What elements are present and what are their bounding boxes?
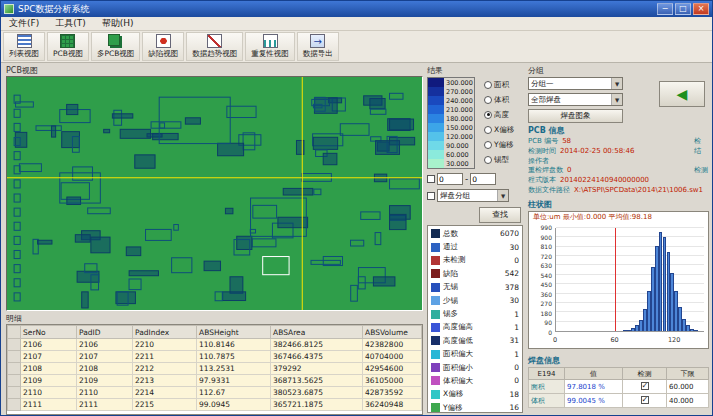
range-to-input[interactable] bbox=[470, 173, 496, 185]
pcb-view-panel: PCB视图 bbox=[6, 65, 423, 311]
toolbar-button-repeatability-view[interactable]: 重复性视图 bbox=[245, 32, 295, 61]
metric-radio-volume[interactable]: 体积 bbox=[484, 92, 514, 107]
toolbar-button-multi-pcb-view[interactable]: 多PCB视图 bbox=[91, 32, 140, 61]
padinfo-body: 面积97.8018 %60.000体积99.0045 %40.000 bbox=[529, 380, 709, 408]
stat-row-volume-high[interactable]: 体积偏大0 bbox=[431, 374, 519, 387]
stat-color-swatch bbox=[431, 376, 440, 385]
scale-color-swatch bbox=[428, 78, 444, 87]
detect-checkbox[interactable] bbox=[641, 382, 649, 390]
stat-row-not-tested[interactable]: 未检测0 bbox=[431, 254, 519, 267]
stat-row-x-offset[interactable]: X偏移18 bbox=[431, 388, 519, 401]
stat-row-excess-solder[interactable]: 锡多1 bbox=[431, 307, 519, 320]
stat-color-swatch bbox=[431, 243, 440, 252]
stat-color-swatch bbox=[431, 390, 440, 399]
metric-radio-area[interactable]: 面积 bbox=[484, 77, 514, 92]
toolbar-button-data-trend-view[interactable]: 数据趋势视图 bbox=[186, 32, 243, 61]
titlebar[interactable]: SPC数据分析系统 − □ × bbox=[1, 1, 712, 17]
detail-caption: 明细 bbox=[6, 313, 423, 324]
table-row[interactable]: 210721072211110.7875367466.437540704000 bbox=[8, 351, 422, 363]
table-row[interactable]: 210621062210110.8146382466.812542382800 bbox=[8, 339, 422, 351]
stat-color-swatch bbox=[431, 336, 440, 345]
hist-plot bbox=[555, 228, 704, 332]
scale-color-swatch bbox=[428, 87, 444, 96]
stat-row-height-low[interactable]: 高度偏低31 bbox=[431, 334, 519, 347]
group-caption: 分组 bbox=[528, 65, 709, 76]
group-select-value: 分组一 bbox=[531, 79, 554, 89]
detail-panel: 明细 SerNoPadIDPadIndexABSHeightABSAreaABS… bbox=[6, 313, 423, 415]
stat-color-swatch bbox=[431, 283, 440, 292]
table-row[interactable]: 21092109221397.9331368713.562536105000 bbox=[8, 375, 422, 387]
group-filter-checkbox[interactable] bbox=[427, 192, 435, 200]
stat-row-area-high[interactable]: 面积偏大1 bbox=[431, 348, 519, 361]
stat-row-less-solder[interactable]: 少锡30 bbox=[431, 294, 519, 307]
pad-image-button[interactable]: 焊盘图象 bbox=[528, 109, 623, 123]
stat-row-area-low[interactable]: 面积偏小0 bbox=[431, 361, 519, 374]
pad-info-caption: 焊盘信息 bbox=[528, 355, 560, 366]
app-window: SPC数据分析系统 − □ × 文件(F)工具(T)帮助(H) 列表视图PCB视… bbox=[0, 0, 713, 416]
hist-yaxis: 990900810720630540450360270180900 bbox=[531, 224, 552, 336]
radio-circle bbox=[484, 96, 492, 104]
toolbar-button-list-view[interactable]: 列表视图 bbox=[3, 32, 45, 61]
left-arrow-icon: ◀ bbox=[677, 87, 688, 101]
toolbar-button-data-export[interactable]: →数据导出 bbox=[297, 32, 339, 61]
result-panel: 结果 300.000270.000240.000210.000180.00015… bbox=[427, 65, 523, 413]
export-icon: → bbox=[310, 34, 325, 48]
detect-checkbox[interactable] bbox=[641, 396, 649, 404]
scale-color-swatch bbox=[428, 96, 444, 105]
range-filter-checkbox[interactable] bbox=[427, 175, 435, 183]
radio-circle bbox=[484, 141, 492, 149]
pcb-view-icon bbox=[60, 34, 75, 48]
metric-radio-y-offset[interactable]: Y偏移 bbox=[484, 137, 514, 152]
pad-info-row: 面积97.8018 %60.000 bbox=[529, 380, 709, 394]
metric-radios: 面积体积高度X偏移Y偏移锡型 bbox=[484, 77, 514, 167]
padinfo-header-row: E194值检测下限 bbox=[529, 368, 709, 380]
minimize-button[interactable]: − bbox=[657, 3, 673, 15]
toolbar-button-pcb-view[interactable]: PCB视图 bbox=[47, 32, 89, 61]
maximize-button[interactable]: □ bbox=[675, 3, 691, 15]
group-select[interactable]: 分组一 ▼ bbox=[528, 77, 623, 90]
stat-row-y-offset[interactable]: Y偏移16 bbox=[431, 401, 519, 413]
stat-color-swatch bbox=[431, 323, 440, 332]
stats-list: 总数6070通过30未检测0缺陷542无锡378少锡30锡多1高度偏高1高度偏低… bbox=[427, 225, 523, 413]
window-title: SPC数据分析系统 bbox=[18, 3, 655, 16]
table-row[interactable]: 21112111221599.0945365721.187536240948 bbox=[8, 399, 422, 411]
pcb-canvas[interactable] bbox=[6, 76, 423, 311]
menu-item-file[interactable]: 文件(F) bbox=[1, 17, 47, 30]
stat-row-pass[interactable]: 通过30 bbox=[431, 240, 519, 253]
toolbar: 列表视图PCB视图多PCB视图缺陷视图数据趋势视图重复性视图→数据导出 bbox=[1, 31, 712, 63]
stat-color-swatch bbox=[431, 350, 440, 359]
list-view-icon bbox=[17, 34, 32, 48]
pad-group-select[interactable]: 焊盘分组 ▼ bbox=[437, 189, 509, 202]
scale-color-swatch bbox=[428, 114, 444, 123]
repeat-view-icon bbox=[263, 34, 278, 48]
scale-color-swatch bbox=[428, 159, 444, 168]
range-from-input[interactable] bbox=[437, 173, 463, 185]
metric-radio-height[interactable]: 高度 bbox=[484, 107, 514, 122]
radio-circle bbox=[484, 156, 492, 164]
stat-row-height-high[interactable]: 高度偏高1 bbox=[431, 321, 519, 334]
metric-radio-shape[interactable]: 锡型 bbox=[484, 152, 514, 167]
table-row[interactable]: 211021102214112.67380523.687542873592 bbox=[8, 387, 422, 399]
detail-table: SerNoPadIDPadIndexABSHeightABSAreaABSVol… bbox=[6, 324, 423, 415]
stat-row-no-solder[interactable]: 无锡378 bbox=[431, 281, 519, 294]
close-button[interactable]: × bbox=[693, 3, 709, 15]
stat-row-total[interactable]: 总数6070 bbox=[431, 227, 519, 240]
stat-color-swatch bbox=[431, 363, 440, 372]
table-row[interactable]: 210821082212113.253137929242954600 bbox=[8, 363, 422, 375]
stat-row-defect[interactable]: 缺陷542 bbox=[431, 267, 519, 280]
chevron-down-icon: ▼ bbox=[611, 94, 622, 105]
menu-item-help[interactable]: 帮助(H) bbox=[94, 17, 142, 30]
back-arrow-button[interactable]: ◀ bbox=[659, 81, 705, 107]
color-scale: 300.000270.000240.000210.000180.000150.0… bbox=[427, 77, 475, 169]
chevron-down-icon: ▼ bbox=[611, 78, 622, 89]
radio-circle bbox=[484, 81, 492, 89]
scale-color-swatch bbox=[428, 141, 444, 150]
toolbar-button-defect-view[interactable]: 缺陷视图 bbox=[142, 32, 184, 61]
pad-select[interactable]: 全部焊盘 ▼ bbox=[528, 93, 623, 106]
pad-group-select-value: 焊盘分组 bbox=[440, 191, 470, 201]
menu-item-tools[interactable]: 工具(T) bbox=[47, 17, 94, 30]
metric-radio-x-offset[interactable]: X偏移 bbox=[484, 122, 514, 137]
search-button[interactable]: 查找 bbox=[479, 207, 521, 223]
defect-view-icon bbox=[156, 34, 171, 48]
stat-color-swatch bbox=[431, 310, 440, 319]
